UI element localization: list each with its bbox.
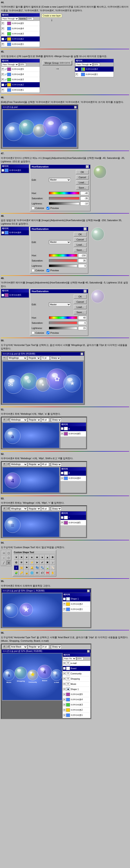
aa-select-53[interactable]: Sharp (51, 507, 62, 510)
load-btn-49[interactable]: Load... (74, 305, 87, 309)
preview-cb-47[interactable] (46, 207, 50, 210)
layer-48-aqua4[interactable]: 👁 아쿠아버튼4 (1, 230, 29, 236)
eye-56-a5[interactable]: 👁 (63, 693, 66, 696)
layer-56-aqua4[interactable]: 👁 아쿠아버튼4 (63, 697, 90, 703)
light-input-48[interactable]: 0 (78, 264, 87, 268)
type-icon-53[interactable]: T (3, 507, 6, 510)
layer-47-aqua1[interactable]: 👁 아쿠아버튼1 (1, 168, 29, 173)
type-icon-51[interactable]: T (3, 418, 6, 422)
eye-56-a4[interactable]: 👁 (63, 698, 66, 701)
eye-56-board[interactable]: 👁 (63, 667, 66, 670)
style-select-53[interactable]: Regular (28, 507, 41, 510)
eye-52-t4[interactable]: 👁 (61, 472, 63, 474)
colorize-cb-48[interactable] (32, 269, 34, 272)
eye-aqua3[interactable]: 👁 (2, 33, 4, 35)
eye-56-a1[interactable]: 👁 (63, 714, 66, 716)
hue-slider-track-48[interactable] (49, 254, 77, 257)
shape-note[interactable]: ♫ (14, 565, 19, 570)
hue-slider-track-49[interactable] (49, 316, 77, 319)
opacity-56[interactable] (76, 657, 84, 660)
load-btn-48[interactable]: Load... (74, 243, 87, 247)
preview-cb-48[interactable] (46, 269, 50, 272)
canvas-56-close[interactable]: × (87, 650, 90, 653)
layer-55-aqua2[interactable]: 👁 아쿠아버튼2 (63, 601, 90, 607)
layer-49-aqua5[interactable]: 👁 아쿠아버튼5 (1, 292, 29, 298)
canvas-50-close[interactable]: × (80, 352, 83, 355)
opacity-45a[interactable] (19, 63, 26, 66)
shape-lightning[interactable]: ⚡ (29, 560, 34, 565)
eye-aqua2[interactable]: 👁 (2, 38, 4, 40)
shape-snowflake[interactable]: ❄ (19, 560, 24, 565)
eye-52-4[interactable]: 👁 (61, 477, 63, 479)
size-input-51[interactable] (41, 418, 49, 422)
line-tool-54[interactable]: ╱ (2, 560, 6, 565)
style-select-52[interactable]: Regular (28, 462, 41, 466)
font-select-51[interactable]: Webdings (10, 418, 27, 422)
shape-hand[interactable]: ✋ (50, 570, 55, 575)
opacity-45b[interactable] (93, 63, 100, 66)
shape-foot[interactable]: 👣 (35, 565, 39, 570)
eye-56-a2[interactable]: 👁 (63, 709, 66, 711)
font-select-56[interactable]: Arial Black (10, 645, 27, 649)
type-icon-56[interactable]: T (3, 645, 6, 648)
layer-item-aqua1[interactable]: 👁 아쿠아버튼1 (1, 42, 40, 47)
cancel-btn-48[interactable]: Cancel (74, 238, 87, 242)
layer-45a-3[interactable]: 👁 🔗 아쿠아버튼3 (1, 77, 40, 82)
rectangle-tool-54[interactable]: ▭ (2, 551, 6, 555)
type-icon-52[interactable]: T (3, 463, 6, 466)
ellipse-tool-54[interactable]: ○ (2, 556, 6, 560)
cancel-btn-47[interactable]: Cancel (76, 175, 89, 180)
canvas-55-close[interactable]: × (87, 590, 90, 592)
layer-56-shop[interactable]: 👁 T Shopping (63, 676, 90, 682)
edit-select-48[interactable]: Master (49, 240, 71, 244)
colorize-cb-47[interactable] (32, 207, 34, 210)
edit-select-49[interactable]: Master (49, 303, 71, 306)
merge-group-button[interactable]: Merge Group Shift+Ctrl+E (42, 61, 72, 65)
eye-aqua1[interactable]: 👁 (2, 43, 4, 45)
shape-key[interactable]: 🔑 (19, 570, 24, 575)
layer-53-teq[interactable]: 👁 T = (60, 515, 86, 520)
size-input-50[interactable] (41, 356, 50, 360)
layer-56-aqua5[interactable]: 👁 아쿠아버튼5 (63, 692, 90, 697)
eye-45a-1[interactable]: 👁 (2, 89, 4, 91)
layer-53-aqua5[interactable]: 👁 아쿠아버튼5 (60, 520, 86, 525)
shape-lock[interactable]: 🔒 (24, 570, 29, 575)
eye-48-4[interactable]: 👁 (2, 231, 4, 234)
layer-56-music[interactable]: 👁 T Music (63, 682, 90, 687)
sat-slider-track-49[interactable] (49, 321, 77, 324)
sat-input-47[interactable]: -35 (80, 196, 89, 200)
eye-56-music[interactable]: 👁 (63, 683, 66, 685)
sat-slider-track-48[interactable] (49, 259, 77, 262)
eye-55-a2[interactable]: 👁 (63, 603, 66, 606)
aa-select-50[interactable]: Sharp (50, 356, 61, 360)
shape-heart[interactable]: ♥ (14, 555, 19, 560)
shape-diamond[interactable]: ♦ (24, 555, 29, 560)
save-btn-49[interactable]: Save... (74, 310, 87, 314)
shape-x[interactable]: ✖ (45, 560, 50, 565)
shape-leaf[interactable]: 🍃 (45, 565, 50, 570)
preview-cb-49[interactable] (46, 331, 50, 334)
size-input-52[interactable] (41, 462, 49, 466)
layer-item-aqua3[interactable]: 👁 아쿠아버튼3 (1, 31, 40, 36)
ok-btn-47[interactable]: OK (76, 170, 89, 174)
sat-slider-track-47[interactable] (49, 197, 79, 199)
size-input-56[interactable] (41, 645, 49, 649)
layer-51-text-a[interactable]: 👁 T a (60, 426, 86, 431)
font-select-52[interactable]: Webdings (10, 462, 27, 466)
eye-51-5[interactable]: 👁 (61, 432, 63, 435)
ok-btn-49[interactable]: OK (74, 294, 87, 299)
layer-45a-2[interactable]: 👁 🔗 아쿠아버튼2 (1, 82, 40, 88)
eye-53-teq[interactable]: 👁 (61, 516, 63, 519)
hue-input-49[interactable]: 40 (78, 316, 87, 320)
shape-flag[interactable]: ⚑ (24, 565, 29, 570)
light-input-49[interactable]: 15 (78, 326, 87, 330)
layer-item-aqua2[interactable]: 👁 🔗 아쿠아버튼2 (1, 36, 40, 42)
eye-56-s1[interactable]: 👁 (63, 688, 66, 690)
layer-56-aqua3[interactable]: 👁 아쿠아버튼3 (63, 703, 90, 708)
light-slider-track-47[interactable] (49, 202, 79, 205)
size-input-53[interactable] (41, 507, 49, 510)
shape-check[interactable]: ✔ (40, 560, 45, 565)
opacity-input-44[interactable] (27, 17, 34, 20)
light-slider-track-49[interactable] (49, 327, 77, 330)
eye-51-ta[interactable]: 👁 (61, 427, 63, 430)
